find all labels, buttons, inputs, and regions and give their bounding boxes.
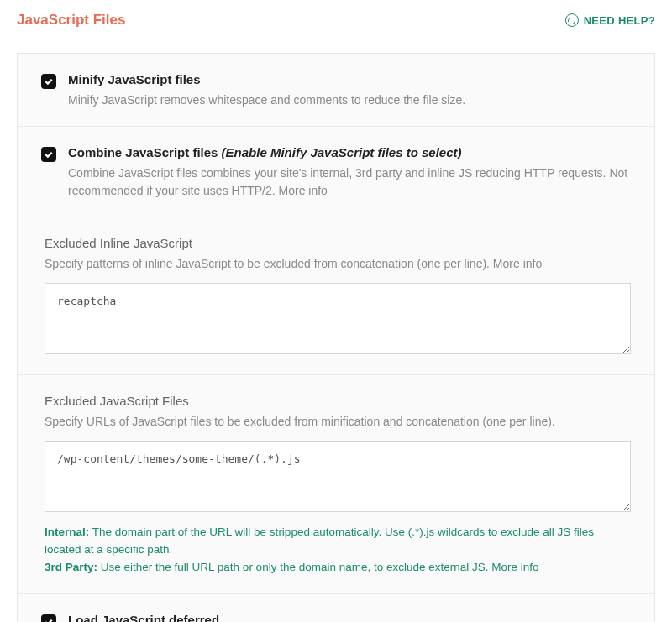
note-3rd-text: Use either the full URL path or only the…	[97, 561, 491, 573]
excluded-files-note: Internal: The domain part of the URL wil…	[45, 524, 631, 577]
note-internal-label: Internal:	[45, 525, 89, 538]
check-icon	[44, 76, 54, 86]
minify-checkbox[interactable]	[41, 74, 56, 89]
check-icon	[44, 617, 54, 622]
note-3rd-label: 3rd Party:	[45, 561, 97, 573]
combine-section: Combine JavaScript files (Enable Minify …	[18, 127, 654, 217]
help-icon	[565, 13, 579, 27]
need-help-link[interactable]: NEED HELP?	[565, 13, 655, 27]
excluded-files-textarea[interactable]	[45, 441, 631, 512]
excluded-files-section: Excluded JavaScript Files Specify URLs o…	[18, 375, 654, 594]
combine-checkbox[interactable]	[41, 147, 56, 162]
settings-panel: Minify JavaScript files Minify JavaScrip…	[17, 53, 655, 622]
combine-title: Combine JavaScript files (Enable Minify …	[68, 145, 631, 159]
page-title: JavaScript Files	[17, 12, 125, 29]
deferred-title: Load JavaScript deferred	[68, 613, 631, 622]
deferred-checkbox[interactable]	[41, 614, 56, 622]
excluded-inline-textarea[interactable]	[45, 283, 631, 354]
need-help-label: NEED HELP?	[584, 14, 655, 27]
combine-desc: Combine JavaScript files combines your s…	[68, 165, 631, 200]
excluded-inline-section: Excluded Inline JavaScript Specify patte…	[18, 217, 654, 375]
combine-title-text: Combine JavaScript files	[68, 145, 218, 159]
excluded-inline-title: Excluded Inline JavaScript	[45, 236, 631, 250]
excluded-inline-more-info-link[interactable]: More info	[493, 257, 542, 270]
minify-title: Minify JavaScript files	[68, 72, 631, 86]
minify-desc: Minify JavaScript removes whitespace and…	[68, 91, 631, 109]
excluded-files-desc: Specify URLs of JavaScript files to be e…	[45, 413, 631, 431]
deferred-section: Load JavaScript deferred Load JavaScript…	[18, 594, 654, 622]
excluded-inline-desc: Specify patterns of inline JavaScript to…	[45, 255, 631, 273]
note-internal-text: The domain part of the URL will be strip…	[45, 525, 594, 556]
excluded-files-more-info-link[interactable]: More info	[491, 561, 538, 573]
excluded-files-title: Excluded JavaScript Files	[45, 394, 631, 408]
minify-section: Minify JavaScript files Minify JavaScrip…	[18, 54, 654, 127]
check-icon	[44, 149, 54, 159]
combine-desc-text: Combine JavaScript files combines your s…	[68, 166, 627, 197]
combine-hint: (Enable Minify JavaScript files to selec…	[222, 145, 462, 159]
combine-more-info-link[interactable]: More info	[279, 184, 328, 197]
excluded-inline-desc-text: Specify patterns of inline JavaScript to…	[45, 257, 493, 270]
